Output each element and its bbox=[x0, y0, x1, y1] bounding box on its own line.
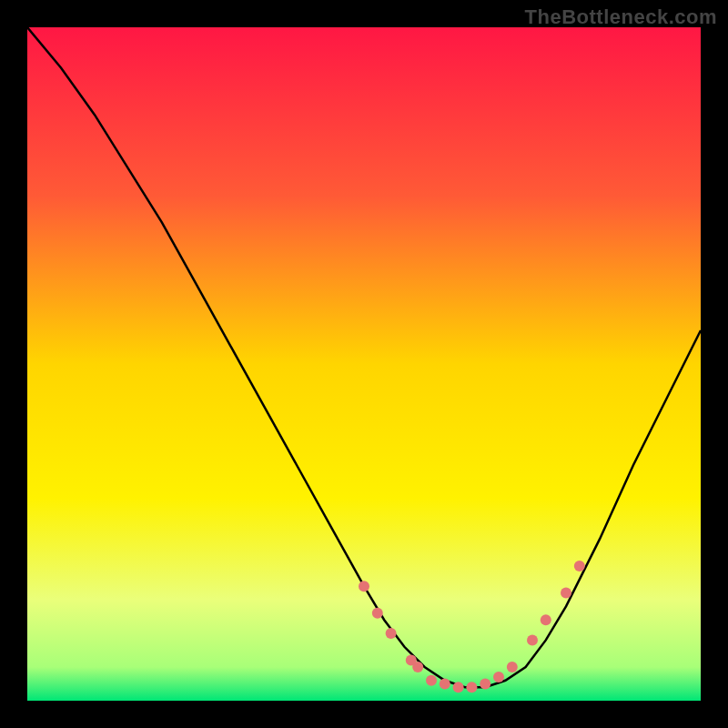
highlight-point bbox=[426, 675, 437, 686]
highlight-point bbox=[466, 682, 477, 693]
highlight-point bbox=[493, 672, 504, 682]
highlight-point bbox=[359, 581, 369, 592]
plot-area bbox=[27, 27, 701, 701]
highlight-point bbox=[480, 679, 490, 690]
chart-svg bbox=[27, 27, 701, 701]
highlight-point bbox=[372, 608, 383, 619]
highlight-point bbox=[507, 662, 518, 672]
highlight-point bbox=[453, 682, 464, 693]
gradient-background bbox=[27, 27, 701, 701]
highlight-point bbox=[412, 662, 423, 672]
highlight-point bbox=[527, 634, 538, 645]
highlight-point bbox=[440, 679, 450, 690]
watermark-text: TheBottleneck.com bbox=[525, 5, 717, 29]
chart-container: TheBottleneck.com bbox=[0, 0, 728, 728]
highlight-point bbox=[574, 561, 585, 571]
highlight-point bbox=[541, 614, 551, 625]
highlight-point bbox=[561, 588, 571, 599]
highlight-point bbox=[386, 628, 397, 639]
